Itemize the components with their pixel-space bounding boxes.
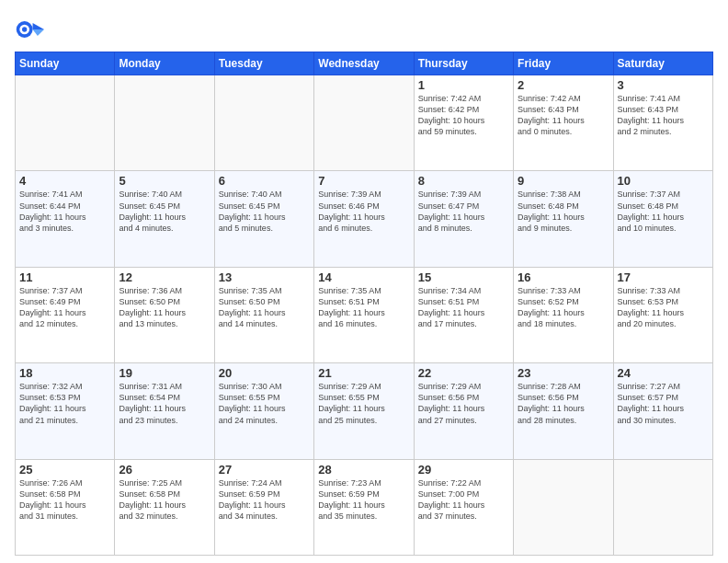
weekday-saturday: Saturday: [613, 52, 712, 75]
svg-marker-4: [33, 29, 44, 36]
calendar-cell: 15Sunrise: 7:34 AM Sunset: 6:51 PM Dayli…: [414, 267, 513, 362]
calendar-cell: 29Sunrise: 7:22 AM Sunset: 7:00 PM Dayli…: [414, 459, 513, 555]
day-number: 10: [618, 174, 709, 188]
calendar-cell: 2Sunrise: 7:42 AM Sunset: 6:43 PM Daylig…: [514, 75, 613, 171]
weekday-wednesday: Wednesday: [314, 52, 414, 75]
day-number: 28: [318, 463, 409, 477]
weekday-thursday: Thursday: [414, 52, 513, 75]
day-number: 15: [418, 270, 509, 284]
calendar-cell: 22Sunrise: 7:29 AM Sunset: 6:56 PM Dayli…: [414, 363, 513, 459]
calendar-cell: 14Sunrise: 7:35 AM Sunset: 6:51 PM Dayli…: [314, 267, 414, 362]
weekday-header-row: SundayMondayTuesdayWednesdayThursdayFrid…: [16, 52, 713, 75]
calendar-cell: 27Sunrise: 7:24 AM Sunset: 6:59 PM Dayli…: [214, 459, 313, 555]
calendar-cell: [214, 75, 313, 171]
weekday-monday: Monday: [115, 52, 214, 75]
day-number: 25: [19, 463, 110, 477]
calendar-cell: 26Sunrise: 7:25 AM Sunset: 6:58 PM Dayli…: [115, 459, 214, 555]
day-number: 2: [518, 78, 609, 92]
day-info: Sunrise: 7:41 AM Sunset: 6:44 PM Dayligh…: [19, 189, 110, 234]
day-info: Sunrise: 7:26 AM Sunset: 6:58 PM Dayligh…: [19, 477, 110, 523]
day-number: 21: [318, 366, 409, 380]
day-number: 18: [19, 366, 110, 380]
week-row-5: 25Sunrise: 7:26 AM Sunset: 6:58 PM Dayli…: [16, 459, 713, 555]
day-info: Sunrise: 7:35 AM Sunset: 6:51 PM Dayligh…: [318, 285, 409, 330]
calendar-cell: 16Sunrise: 7:33 AM Sunset: 6:52 PM Dayli…: [514, 267, 613, 362]
day-info: Sunrise: 7:41 AM Sunset: 6:43 PM Dayligh…: [618, 93, 709, 138]
calendar-cell: 4Sunrise: 7:41 AM Sunset: 6:44 PM Daylig…: [16, 171, 115, 267]
day-number: 9: [518, 174, 609, 188]
day-number: 16: [518, 270, 609, 284]
logo-icon: [15, 15, 44, 44]
week-row-4: 18Sunrise: 7:32 AM Sunset: 6:53 PM Dayli…: [16, 363, 713, 459]
day-info: Sunrise: 7:22 AM Sunset: 7:00 PM Dayligh…: [418, 477, 509, 523]
calendar-cell: 3Sunrise: 7:41 AM Sunset: 6:43 PM Daylig…: [613, 75, 712, 171]
day-number: 12: [119, 270, 210, 284]
week-row-1: 1Sunrise: 7:42 AM Sunset: 6:42 PM Daylig…: [16, 75, 713, 171]
calendar-page: SundayMondayTuesdayWednesdayThursdayFrid…: [0, 0, 728, 563]
day-info: Sunrise: 7:39 AM Sunset: 6:47 PM Dayligh…: [418, 189, 509, 234]
day-info: Sunrise: 7:27 AM Sunset: 6:57 PM Dayligh…: [618, 381, 709, 426]
calendar-cell: 23Sunrise: 7:28 AM Sunset: 6:56 PM Dayli…: [514, 363, 613, 459]
logo: [15, 15, 48, 44]
calendar-cell: [16, 75, 115, 171]
day-info: Sunrise: 7:35 AM Sunset: 6:50 PM Dayligh…: [219, 285, 310, 330]
day-info: Sunrise: 7:23 AM Sunset: 6:59 PM Dayligh…: [318, 477, 409, 523]
day-number: 24: [618, 366, 709, 380]
calendar-cell: 20Sunrise: 7:30 AM Sunset: 6:55 PM Dayli…: [214, 363, 313, 459]
day-number: 1: [418, 78, 509, 92]
calendar-cell: [314, 75, 414, 171]
day-info: Sunrise: 7:37 AM Sunset: 6:49 PM Dayligh…: [19, 285, 110, 330]
day-info: Sunrise: 7:30 AM Sunset: 6:55 PM Dayligh…: [219, 381, 310, 426]
calendar-cell: 13Sunrise: 7:35 AM Sunset: 6:50 PM Dayli…: [214, 267, 313, 362]
calendar-cell: 7Sunrise: 7:39 AM Sunset: 6:46 PM Daylig…: [314, 171, 414, 267]
day-info: Sunrise: 7:40 AM Sunset: 6:45 PM Dayligh…: [219, 189, 310, 234]
day-number: 13: [219, 270, 310, 284]
day-number: 8: [418, 174, 509, 188]
day-info: Sunrise: 7:32 AM Sunset: 6:53 PM Dayligh…: [19, 381, 110, 426]
calendar-cell: [514, 459, 613, 555]
day-info: Sunrise: 7:33 AM Sunset: 6:52 PM Dayligh…: [518, 285, 609, 330]
day-info: Sunrise: 7:39 AM Sunset: 6:46 PM Dayligh…: [318, 189, 409, 234]
calendar-cell: 17Sunrise: 7:33 AM Sunset: 6:53 PM Dayli…: [613, 267, 712, 362]
day-number: 3: [618, 78, 709, 92]
day-info: Sunrise: 7:40 AM Sunset: 6:45 PM Dayligh…: [119, 189, 210, 234]
calendar-cell: 5Sunrise: 7:40 AM Sunset: 6:45 PM Daylig…: [115, 171, 214, 267]
day-info: Sunrise: 7:29 AM Sunset: 6:56 PM Dayligh…: [418, 381, 509, 426]
calendar-cell: 10Sunrise: 7:37 AM Sunset: 6:48 PM Dayli…: [613, 171, 712, 267]
calendar-cell: 18Sunrise: 7:32 AM Sunset: 6:53 PM Dayli…: [16, 363, 115, 459]
day-info: Sunrise: 7:34 AM Sunset: 6:51 PM Dayligh…: [418, 285, 509, 330]
day-number: 29: [418, 463, 509, 477]
day-info: Sunrise: 7:38 AM Sunset: 6:48 PM Dayligh…: [518, 189, 609, 234]
weekday-tuesday: Tuesday: [214, 52, 313, 75]
svg-point-2: [22, 27, 27, 31]
calendar-cell: 6Sunrise: 7:40 AM Sunset: 6:45 PM Daylig…: [214, 171, 313, 267]
calendar-cell: 11Sunrise: 7:37 AM Sunset: 6:49 PM Dayli…: [16, 267, 115, 362]
calendar-cell: 9Sunrise: 7:38 AM Sunset: 6:48 PM Daylig…: [514, 171, 613, 267]
calendar-cell: 8Sunrise: 7:39 AM Sunset: 6:47 PM Daylig…: [414, 171, 513, 267]
calendar-cell: 28Sunrise: 7:23 AM Sunset: 6:59 PM Dayli…: [314, 459, 414, 555]
day-info: Sunrise: 7:42 AM Sunset: 6:42 PM Dayligh…: [418, 93, 509, 138]
calendar-cell: 24Sunrise: 7:27 AM Sunset: 6:57 PM Dayli…: [613, 363, 712, 459]
calendar-table: SundayMondayTuesdayWednesdayThursdayFrid…: [15, 52, 713, 556]
svg-marker-3: [33, 23, 44, 29]
calendar-cell: 12Sunrise: 7:36 AM Sunset: 6:50 PM Dayli…: [115, 267, 214, 362]
day-number: 20: [219, 366, 310, 380]
day-number: 5: [119, 174, 210, 188]
week-row-2: 4Sunrise: 7:41 AM Sunset: 6:44 PM Daylig…: [16, 171, 713, 267]
weekday-sunday: Sunday: [16, 52, 115, 75]
day-info: Sunrise: 7:25 AM Sunset: 6:58 PM Dayligh…: [119, 477, 210, 523]
calendar-cell: [613, 459, 712, 555]
day-info: Sunrise: 7:36 AM Sunset: 6:50 PM Dayligh…: [119, 285, 210, 330]
day-info: Sunrise: 7:31 AM Sunset: 6:54 PM Dayligh…: [119, 381, 210, 426]
day-number: 22: [418, 366, 509, 380]
day-number: 19: [119, 366, 210, 380]
day-number: 26: [119, 463, 210, 477]
calendar-cell: 19Sunrise: 7:31 AM Sunset: 6:54 PM Dayli…: [115, 363, 214, 459]
calendar-cell: [115, 75, 214, 171]
day-info: Sunrise: 7:29 AM Sunset: 6:55 PM Dayligh…: [318, 381, 409, 426]
day-number: 23: [518, 366, 609, 380]
day-number: 6: [219, 174, 310, 188]
day-number: 7: [318, 174, 409, 188]
day-number: 11: [19, 270, 110, 284]
day-info: Sunrise: 7:37 AM Sunset: 6:48 PM Dayligh…: [618, 189, 709, 234]
